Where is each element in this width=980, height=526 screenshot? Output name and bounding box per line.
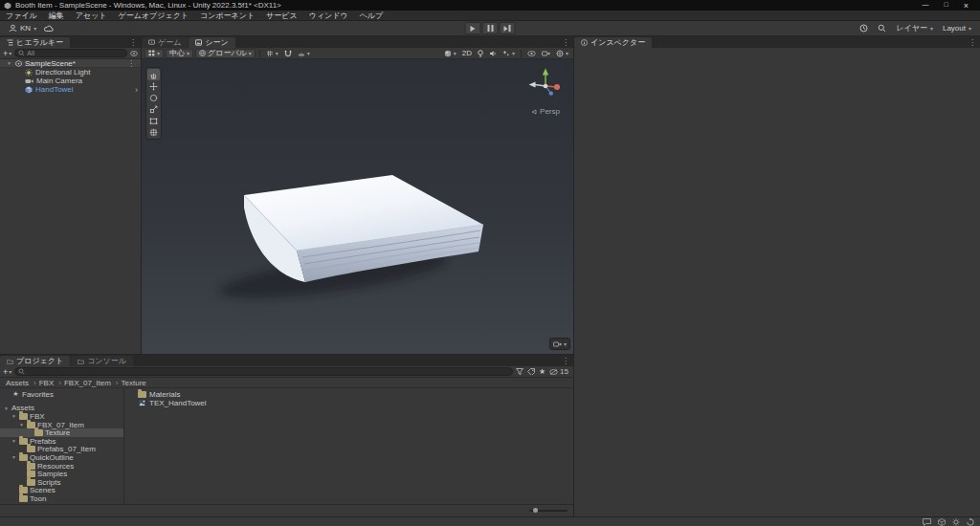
open-prefab-chevron-icon[interactable] bbox=[135, 85, 141, 95]
projection-label[interactable]: Persp bbox=[523, 107, 568, 116]
background-activity-icon[interactable] bbox=[967, 518, 974, 526]
bottom-tab[interactable]: プロジェクト bbox=[0, 356, 70, 366]
panel-menu-icon[interactable] bbox=[558, 38, 573, 47]
minimize-button[interactable] bbox=[923, 1, 929, 11]
hierarchy-search-box bbox=[14, 49, 127, 57]
breadcrumb-item[interactable]: Assets bbox=[6, 379, 29, 387]
panel-menu-icon[interactable] bbox=[125, 38, 141, 47]
project-search-input[interactable] bbox=[27, 368, 509, 375]
hierarchy-search-input[interactable] bbox=[27, 50, 123, 56]
settings-gear-icon[interactable] bbox=[952, 518, 960, 526]
expand-arrow-icon[interactable]: ▼ bbox=[6, 60, 12, 66]
cloud-button[interactable] bbox=[40, 23, 57, 34]
menu-item[interactable]: アセット bbox=[70, 11, 113, 21]
scale-tool-button[interactable] bbox=[147, 103, 160, 115]
menu-item[interactable]: 編集 bbox=[43, 11, 70, 21]
gizmos-dropdown[interactable] bbox=[554, 49, 570, 58]
icon-size-slider[interactable] bbox=[529, 510, 568, 512]
asset-item[interactable]: Materials bbox=[138, 390, 573, 399]
view-hand-tool-button[interactable] bbox=[147, 69, 160, 80]
bottom-tab[interactable]: コンソール bbox=[71, 356, 133, 366]
pause-button[interactable] bbox=[482, 22, 499, 34]
add-object-button[interactable]: + bbox=[3, 49, 11, 58]
search-icon bbox=[18, 368, 25, 375]
scene-camera-settings-button[interactable] bbox=[540, 49, 552, 58]
camera-overlay-button[interactable] bbox=[549, 338, 570, 350]
view-tab[interactable]: ゲーム bbox=[142, 37, 188, 48]
search-by-label-icon[interactable] bbox=[527, 368, 535, 375]
play-button[interactable] bbox=[465, 22, 481, 34]
project-tree-item[interactable]: Resources bbox=[0, 462, 123, 471]
package-manager-icon[interactable] bbox=[938, 518, 946, 526]
expand-arrow-icon[interactable] bbox=[11, 454, 17, 460]
asset-item[interactable]: TEX_HandTowel bbox=[138, 399, 573, 407]
orientation-toggle-button[interactable]: グローバル bbox=[195, 49, 256, 58]
menu-item[interactable]: ゲームオブジェクト bbox=[113, 11, 195, 21]
create-asset-button[interactable]: + bbox=[3, 367, 11, 377]
project-tree-item[interactable]: Samples bbox=[0, 470, 123, 478]
breadcrumb-item[interactable]: Texture bbox=[113, 379, 146, 387]
persp-toggle-icon bbox=[531, 109, 537, 115]
expand-arrow-icon[interactable] bbox=[11, 438, 17, 444]
scene-audio-button[interactable] bbox=[487, 49, 499, 58]
menu-item[interactable]: サービス bbox=[260, 11, 303, 21]
scene-menu-icon[interactable] bbox=[123, 59, 139, 68]
orientation-gizmo[interactable] bbox=[524, 65, 567, 107]
menu-item[interactable]: ファイル bbox=[0, 11, 43, 21]
favorites-item[interactable]: Favorites bbox=[0, 390, 123, 399]
project-tree-item[interactable]: FBX_07_Item bbox=[0, 421, 123, 429]
layout-dropdown[interactable]: Layout bbox=[939, 23, 975, 34]
expand-arrow-icon[interactable] bbox=[3, 405, 10, 411]
scene-lighting-button[interactable] bbox=[476, 49, 485, 58]
transform-tool-button[interactable] bbox=[147, 126, 160, 138]
towel-3d-object[interactable] bbox=[142, 59, 573, 354]
menu-item[interactable]: コンポーネント bbox=[194, 11, 260, 21]
tool-settings-button[interactable] bbox=[145, 49, 164, 58]
draw-mode-dropdown[interactable] bbox=[442, 49, 458, 58]
view-tab[interactable]: シーン bbox=[189, 37, 234, 48]
hierarchy-item[interactable]: Directional Light bbox=[0, 68, 141, 77]
tab-hierarchy[interactable]: ヒエラルキー bbox=[0, 37, 70, 48]
expand-arrow-icon[interactable] bbox=[18, 422, 25, 427]
2d-toggle-button[interactable]: 2D bbox=[460, 49, 474, 58]
search-button[interactable] bbox=[874, 23, 890, 34]
project-tree-item[interactable]: Prefabs bbox=[0, 437, 123, 446]
slider-handle[interactable] bbox=[533, 508, 538, 513]
menu-item[interactable]: ウィンドウ bbox=[303, 11, 354, 21]
rect-tool-button[interactable] bbox=[147, 115, 160, 126]
panel-menu-icon[interactable] bbox=[965, 38, 980, 47]
search-by-type-icon[interactable] bbox=[516, 368, 523, 375]
grid-visibility-button[interactable] bbox=[264, 49, 280, 58]
menu-item[interactable]: ヘルプ bbox=[354, 11, 390, 21]
scene-header-row[interactable]: ▼ SampleScene* bbox=[0, 59, 141, 68]
snap-toggle-button[interactable] bbox=[282, 49, 294, 58]
scene-visibility-icon[interactable] bbox=[130, 51, 138, 56]
account-button[interactable]: KN bbox=[5, 23, 40, 34]
hierarchy-item[interactable]: HandTowel bbox=[0, 85, 141, 94]
step-button[interactable] bbox=[500, 22, 516, 34]
project-toolbar-right: ★ 15 bbox=[516, 367, 570, 376]
snap-settings-button[interactable] bbox=[296, 49, 312, 58]
project-tree-item[interactable]: Toon bbox=[0, 494, 123, 503]
breadcrumb-item[interactable]: FBX_07_Item bbox=[56, 379, 111, 387]
undo-history-button[interactable] bbox=[856, 23, 872, 34]
move-tool-button[interactable] bbox=[147, 80, 160, 92]
panel-menu-icon[interactable] bbox=[558, 357, 573, 365]
save-search-star-icon[interactable]: ★ bbox=[539, 367, 546, 376]
close-button[interactable] bbox=[964, 1, 969, 11]
breadcrumb-item[interactable]: FBX bbox=[31, 379, 54, 387]
project-tree-item[interactable]: QuickOutline bbox=[0, 453, 123, 462]
effects-dropdown[interactable] bbox=[501, 49, 517, 58]
hidden-objects-button[interactable] bbox=[525, 49, 538, 58]
project-tree-item[interactable]: FBX bbox=[0, 412, 123, 421]
maximize-button[interactable] bbox=[945, 1, 948, 11]
layers-dropdown[interactable]: レイヤー bbox=[892, 23, 937, 34]
console-message-icon[interactable] bbox=[923, 518, 931, 526]
scene-canvas[interactable]: Persp bbox=[142, 59, 573, 354]
hidden-packages-toggle[interactable]: 15 bbox=[549, 367, 568, 376]
expand-arrow-icon[interactable] bbox=[11, 413, 17, 419]
rotate-tool-button[interactable] bbox=[147, 92, 160, 103]
tab-inspector[interactable]: インスペクター bbox=[574, 37, 652, 48]
hierarchy-item[interactable]: Main Camera bbox=[0, 77, 141, 85]
pivot-toggle-button[interactable]: 中心 bbox=[166, 49, 193, 58]
